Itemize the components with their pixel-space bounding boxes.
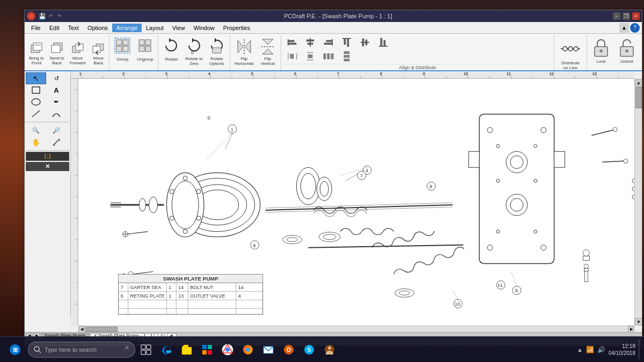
svg-rect-251 [182, 347, 192, 354]
scroll-left-button[interactable]: ◀ [78, 326, 85, 333]
left-toolbar: ↖ ↺ A ✒ 🔍 [25, 71, 71, 318]
expand-icon[interactable]: ▲ [619, 23, 629, 33]
restore-button[interactable]: ❐ [623, 12, 630, 20]
bring-to-front-button[interactable]: Bring toFront [27, 36, 46, 70]
close-x-button[interactable]: ✕ [26, 162, 69, 171]
skype-button[interactable]: S [299, 340, 319, 359]
minimize-button[interactable]: − [613, 12, 620, 20]
svg-marker-26 [262, 49, 273, 54]
task-view-button[interactable] [136, 340, 156, 359]
line-tool[interactable] [26, 108, 46, 120]
flip-horizontal-button[interactable]: FlipHorizontal [232, 36, 256, 68]
vertical-scrollbar[interactable]: ▲ ▼ [634, 79, 642, 326]
network-icon[interactable]: 📶 [586, 346, 594, 353]
scroll-down-button[interactable]: ▼ [635, 318, 642, 326]
show-desktop-button[interactable] [639, 340, 641, 359]
curve-tool[interactable] [46, 108, 67, 120]
align-bottom-button[interactable] [375, 36, 392, 49]
menu-file[interactable]: File [27, 24, 45, 32]
ungroup-button[interactable]: Ungroup [134, 36, 156, 63]
move-forward-button[interactable]: MoveForward [68, 36, 87, 70]
menu-arrange[interactable]: Arrange [112, 24, 142, 32]
lock-button[interactable]: Lock [589, 36, 613, 65]
horizontal-scrollbar[interactable]: ◀ ▶ [78, 326, 634, 332]
help-icon[interactable]: ? [630, 23, 640, 33]
edge-button[interactable] [157, 340, 176, 359]
scroll-up-button[interactable]: ▲ [635, 79, 642, 86]
distribute-h-button[interactable] [283, 50, 301, 63]
clock-display[interactable]: 12:18 04/10/2018 [609, 343, 635, 357]
flip-vertical-button[interactable]: FlipVertical [257, 36, 279, 68]
send-to-back-button[interactable]: Send toBack [47, 36, 67, 70]
menu-options[interactable]: Options [83, 24, 112, 32]
svg-rect-17 [139, 46, 144, 51]
app-icon [27, 12, 35, 20]
store-button[interactable] [197, 340, 217, 359]
orange-app-button[interactable]: O [279, 340, 298, 359]
distribute-equal-h-button[interactable] [320, 50, 337, 63]
rotate-options-label: RotateOptions [209, 57, 224, 67]
window-title: PCDraft P.E. - [Swash Plate Pump - 1 : 1… [63, 13, 613, 19]
menu-edit[interactable]: Edit [45, 24, 64, 32]
svg-text:14: 14 [238, 285, 244, 290]
select-tool[interactable]: ↖ [26, 72, 46, 84]
svg-line-246 [39, 351, 41, 353]
menu-text[interactable]: Text [64, 24, 83, 32]
text-tool[interactable]: A [46, 84, 67, 96]
firefox-button[interactable] [238, 340, 258, 359]
scroll-right-button[interactable]: ▶ [628, 326, 634, 333]
close-button[interactable]: × [632, 12, 640, 20]
rotate-tool[interactable]: ↺ [46, 72, 67, 84]
ellipse-tool[interactable] [26, 96, 46, 108]
svg-point-191 [399, 291, 410, 295]
svg-rect-53 [327, 54, 330, 59]
zoom-out-tool[interactable]: 🔎 [46, 124, 67, 136]
menu-window[interactable]: Window [189, 24, 219, 32]
menu-properties[interactable]: Properties [219, 24, 254, 32]
svg-rect-39 [347, 39, 349, 47]
align-center-h-button[interactable] [302, 36, 319, 49]
distribute-line-section: Distributeon Line [554, 35, 587, 70]
svg-point-59 [563, 47, 567, 51]
drawing-canvas[interactable]: ① 1 4 6 7 [78, 79, 634, 326]
align-right-button[interactable] [320, 36, 337, 49]
unlock-button[interactable]: Unlock [615, 36, 639, 65]
search-box[interactable]: Type here to search 🎤 [28, 342, 135, 358]
align-middle-button[interactable] [356, 36, 374, 49]
align-top-button[interactable] [338, 36, 355, 49]
scroll-thumb-h[interactable] [85, 327, 118, 332]
svg-rect-32 [306, 40, 314, 41]
volume-icon[interactable]: 🔊 [597, 346, 605, 353]
distribute-v-button[interactable] [302, 50, 319, 63]
svg-text:14: 14 [178, 285, 184, 290]
svg-rect-11 [116, 40, 122, 45]
menu-view[interactable]: View [168, 24, 189, 32]
zoom-in-tool[interactable]: 🔍 [26, 124, 46, 136]
svg-text:13: 13 [592, 72, 597, 76]
rotate-options-button[interactable]: RotateOptions [206, 36, 228, 68]
svg-line-195 [308, 245, 463, 248]
chrome-button[interactable] [218, 340, 237, 359]
rotate-button[interactable]: Rotate [160, 36, 182, 63]
undo-icon[interactable]: ↶ [47, 12, 55, 20]
user-avatar-button[interactable] [320, 340, 339, 359]
explorer-button[interactable] [177, 340, 196, 359]
redo-icon[interactable]: ↷ [56, 12, 63, 20]
measure-tool[interactable] [46, 136, 67, 148]
group-button[interactable]: Group [112, 36, 133, 63]
rect-tool[interactable] [26, 84, 46, 96]
rotate-to-zero-button[interactable]: 0° Rotate toZero [183, 36, 204, 68]
show-hidden-button[interactable]: ▲ [577, 346, 583, 353]
pen-tool[interactable]: ✒ [46, 96, 67, 108]
distribute-on-line-button[interactable]: Distributeon Line [557, 36, 584, 72]
distribute-equal-v-button[interactable] [338, 50, 355, 63]
move-back-button[interactable]: MoveBack [89, 36, 108, 70]
mail-button[interactable] [259, 340, 278, 359]
svg-rect-48 [290, 54, 294, 58]
pan-tool[interactable]: ✋ [26, 136, 46, 148]
disk-save-icon[interactable]: 💾 [39, 12, 46, 20]
menu-layout[interactable]: Layout [142, 24, 168, 32]
align-left-button[interactable] [283, 36, 301, 49]
start-button[interactable]: ⊞ [3, 338, 27, 361]
scroll-thumb-v[interactable] [635, 87, 642, 108]
